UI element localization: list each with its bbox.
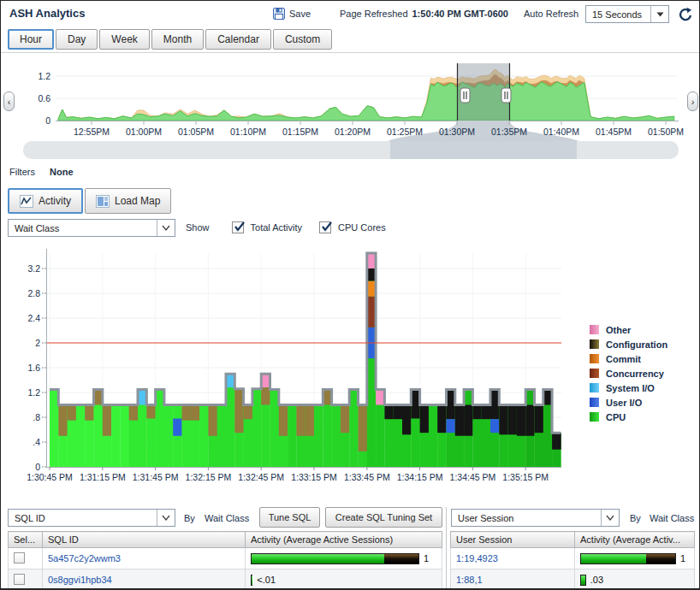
column-header[interactable]: Activity (Average Activ... [575, 532, 695, 548]
page-title: ASH Analytics [9, 7, 85, 20]
svg-text:2: 2 [35, 338, 40, 348]
svg-text:12:55PM: 12:55PM [74, 127, 110, 137]
legend-label: Commit [606, 354, 641, 364]
svg-text:1:32:15 PM: 1:32:15 PM [186, 472, 232, 482]
svg-text:1:30:45 PM: 1:30:45 PM [27, 472, 73, 482]
dimension-select[interactable]: Wait Class [8, 219, 175, 237]
legend-label: Concurrency [606, 369, 664, 379]
row-select-checkbox[interactable] [14, 574, 25, 585]
column-header[interactable]: SQL ID [43, 532, 246, 548]
session-activity-table: User SessionActivity (Average Activ...1:… [450, 531, 695, 590]
refresh-icon[interactable] [677, 6, 694, 23]
svg-text:1.2: 1.2 [38, 71, 50, 81]
user-session-link[interactable]: 1:88,1 [456, 575, 483, 585]
svg-text:1:33:45 PM: 1:33:45 PM [344, 472, 390, 482]
sql-id-link[interactable]: 5a457c2y2wwm3 [48, 553, 121, 563]
svg-text:.8: .8 [33, 412, 40, 422]
svg-text:1.2: 1.2 [27, 387, 40, 398]
session-table-row[interactable]: 1:88,1.03 [451, 569, 695, 590]
svg-text:1.6: 1.6 [27, 363, 40, 373]
scroll-left-arrow[interactable]: ‹ [3, 91, 15, 111]
sql-id-link[interactable]: 0s8ggvi1hpb34 [48, 575, 112, 585]
timeline-overview-chart: 00.61.212:55PM01:00PM01:05PM01:10PM01:15… [1, 52, 700, 163]
sql-table-row[interactable]: 0s8ggvi1hpb34<.01 [9, 569, 442, 590]
column-header[interactable]: User Session [451, 532, 575, 548]
legend-label: Configuration [606, 339, 667, 350]
load-map-icon [96, 195, 110, 208]
svg-text:1:35:15 PM: 1:35:15 PM [502, 472, 549, 482]
legend-swatch [590, 383, 599, 392]
column-header[interactable]: Sel... [9, 532, 43, 548]
legend-item-system-i-o: System I/O [590, 382, 667, 393]
legend-swatch [590, 369, 599, 378]
svg-text:1:34:45 PM: 1:34:45 PM [450, 472, 496, 482]
legend-label: System I/O [606, 383, 655, 393]
by-label-2: By [630, 513, 641, 523]
cpu-cores-checkbox[interactable] [319, 221, 331, 233]
svg-text:2.8: 2.8 [27, 288, 40, 298]
selection-right-handle[interactable] [501, 88, 511, 103]
legend-item-user-i-o: User I/O [590, 397, 667, 408]
save-button[interactable]: Save [289, 9, 311, 19]
svg-text:01:20PM: 01:20PM [335, 127, 371, 137]
total-activity-checkbox[interactable] [232, 221, 244, 233]
user-session-link[interactable]: 1:19,4923 [456, 553, 498, 563]
chart-legend: OtherConfigurationCommitConcurrencySyste… [590, 324, 667, 426]
svg-text:01:05PM: 01:05PM [178, 127, 214, 137]
column-header[interactable]: Activity (Average Active Sessions) [246, 532, 442, 548]
toggle-activity[interactable]: Activity [8, 188, 83, 214]
scroll-right-arrow[interactable]: › [687, 91, 698, 111]
create-sql-tuning-set-button[interactable]: Create SQL Tuning Set [325, 507, 442, 528]
svg-text:1:31:45 PM: 1:31:45 PM [133, 472, 179, 482]
svg-text:01:45PM: 01:45PM [596, 127, 632, 137]
session-dimension-select[interactable]: User Session [451, 509, 620, 527]
wait-class-label: Wait Class [205, 513, 249, 523]
svg-text:1:33:15 PM: 1:33:15 PM [291, 472, 337, 482]
activity-value: 1 [680, 553, 685, 563]
divider [446, 507, 447, 589]
selection-left-handle[interactable] [460, 88, 470, 103]
svg-text:01:15PM: 01:15PM [282, 127, 318, 137]
tab-week[interactable]: Week [99, 29, 149, 50]
refresh-interval-select[interactable]: 15 Seconds [585, 5, 669, 23]
tab-hour[interactable]: Hour [8, 29, 54, 50]
session-table-row[interactable]: 1:19,49231 [451, 548, 695, 569]
svg-text:01:25PM: 01:25PM [387, 127, 423, 137]
legend-swatch [590, 412, 599, 422]
tune-sql-button[interactable]: Tune SQL [259, 507, 320, 528]
tab-day[interactable]: Day [56, 29, 98, 50]
sql-table-row[interactable]: 5a457c2y2wwm31 [9, 548, 442, 569]
svg-text:01:10PM: 01:10PM [230, 127, 266, 137]
tab-custom[interactable]: Custom [273, 29, 332, 50]
cpu-cores-label: CPU Cores [338, 222, 386, 233]
by-label: By [184, 513, 195, 523]
activity-chart-icon [20, 195, 33, 208]
total-activity-label: Total Activity [251, 222, 303, 233]
legend-item-cpu: CPU [590, 411, 667, 422]
row-select-checkbox[interactable] [14, 552, 25, 563]
save-icon[interactable] [273, 8, 285, 20]
show-label: Show [186, 222, 210, 233]
view-toggle: ActivityLoad Map [8, 188, 173, 214]
tab-calendar[interactable]: Calendar [205, 29, 271, 50]
svg-text:1:34:15 PM: 1:34:15 PM [397, 472, 443, 482]
sql-dimension-select[interactable]: SQL ID [8, 509, 175, 527]
legend-item-concurrency: Concurrency [590, 368, 667, 379]
svg-text:01:35PM: 01:35PM [491, 127, 527, 137]
tab-month[interactable]: Month [151, 29, 204, 50]
ash-analytics-page: { "header": { "title": "ASH Analytics", … [0, 0, 700, 590]
svg-text:0: 0 [35, 462, 40, 472]
legend-swatch [590, 339, 599, 349]
legend-label: Other [606, 325, 631, 335]
activity-bar [251, 553, 419, 564]
svg-text:0: 0 [45, 115, 50, 126]
svg-text:0.6: 0.6 [38, 93, 50, 103]
svg-text:2.4: 2.4 [27, 313, 40, 323]
toggle-load-map[interactable]: Load Map [85, 188, 171, 214]
dropdown-arrow-icon [650, 6, 668, 22]
sql-activity-table: Sel...SQL IDActivity (Average Active Ses… [8, 531, 442, 590]
page-refreshed-label: Page Refreshed [340, 9, 408, 19]
filters-value[interactable]: None [50, 167, 74, 177]
svg-text:.4: .4 [33, 437, 40, 447]
svg-text:01:40PM: 01:40PM [543, 127, 579, 137]
